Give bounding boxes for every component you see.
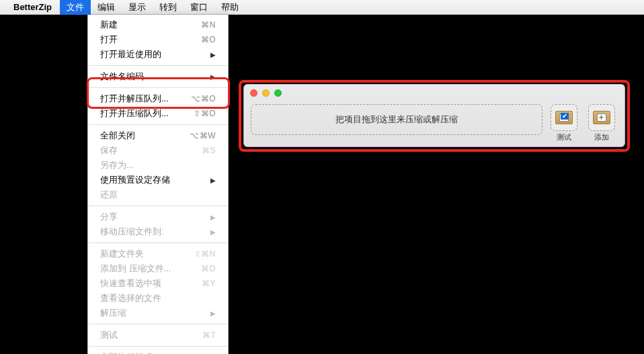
menu-shortcut: ⌘N bbox=[201, 20, 216, 30]
menu-label: 测试 bbox=[100, 329, 202, 341]
menu-separator bbox=[89, 65, 227, 66]
app-name[interactable]: BetterZip bbox=[13, 2, 52, 12]
zoom-button[interactable] bbox=[274, 89, 282, 97]
drop-zone-label: 把项目拖到这里来压缩或解压缩 bbox=[335, 114, 458, 126]
menu-open-compress-queue[interactable]: 打开并压缩队列...⇧⌘O bbox=[88, 106, 228, 121]
menu-new[interactable]: 新建⌘N bbox=[88, 17, 228, 32]
add-label: 添加 bbox=[594, 132, 609, 142]
menu-label: 打开并解压队列... bbox=[100, 93, 191, 105]
chevron-right-icon: ▶ bbox=[210, 228, 216, 236]
menu-shortcut: ⇧⌘O bbox=[194, 109, 216, 118]
menu-label: 保存 bbox=[100, 144, 202, 157]
menu-open[interactable]: 打开⌘O bbox=[88, 32, 228, 47]
drop-zone[interactable]: 把项目拖到这里来压缩或解压缩 bbox=[251, 104, 542, 135]
menu-share: 分享▶ bbox=[88, 210, 228, 224]
test-label: 测试 bbox=[557, 132, 571, 142]
menu-label: 全部关闭 bbox=[100, 130, 190, 142]
menu-label: 文件名编码 bbox=[100, 71, 210, 83]
menu-label: 打开并压缩队列... bbox=[100, 107, 194, 120]
menu-separator bbox=[89, 324, 227, 324]
menu-label: 另存为... bbox=[100, 159, 216, 171]
menu-filename-encoding[interactable]: 文件名编码▶ bbox=[88, 69, 228, 84]
menu-close-all[interactable]: 全部关闭⌥⌘W bbox=[88, 128, 228, 143]
file-menu-dropdown: 新建⌘N 打开⌘O 打开最近使用的▶ 文件名编码▶ 打开并解压队列...⌥⌘O … bbox=[87, 15, 229, 354]
menu-separator bbox=[89, 87, 227, 88]
menu-file[interactable]: 文件 bbox=[60, 0, 91, 15]
menu-shortcut: ⇧⌘N bbox=[194, 249, 216, 259]
menu-revert: 还原 bbox=[88, 187, 228, 202]
chevron-right-icon: ▶ bbox=[210, 310, 216, 317]
menu-label: 还原 bbox=[100, 189, 216, 201]
menu-help[interactable]: 帮助 bbox=[214, 0, 245, 15]
menu-label: 查看选择的文件 bbox=[100, 292, 216, 304]
menu-shortcut: ⌥⌘O bbox=[191, 94, 216, 103]
window-body: 把项目拖到这里来压缩或解压缩 测试 添加 bbox=[244, 101, 625, 148]
menu-save: 保存⌘S bbox=[88, 143, 228, 158]
menu-label: 分享 bbox=[100, 211, 210, 223]
menu-label: 使用预置设定存储 bbox=[100, 174, 210, 186]
menu-view-selected: 查看选择的文件 bbox=[88, 291, 228, 306]
menu-label: 快速查看选中项 bbox=[100, 277, 202, 290]
menu-separator bbox=[89, 124, 227, 125]
menu-shortcut: ⌘D bbox=[201, 264, 216, 273]
menu-shortcut: ⌘Y bbox=[202, 279, 216, 288]
menu-test: 测试⌘T bbox=[88, 328, 228, 343]
menu-shortcut: ⌘O bbox=[201, 35, 216, 44]
queue-window: 把项目拖到这里来压缩或解压缩 测试 添加 bbox=[243, 84, 625, 147]
menu-quicklook: 快速查看选中项⌘Y bbox=[88, 276, 228, 291]
menu-save-as: 另存为... bbox=[88, 158, 228, 173]
menu-open-recent[interactable]: 打开最近使用的▶ bbox=[88, 47, 228, 62]
menu-edit[interactable]: 编辑 bbox=[91, 0, 122, 15]
menu-separator bbox=[89, 242, 227, 243]
menu-add-to-archive: 添加到 压缩文件...⌘D bbox=[88, 261, 228, 276]
menubar: BetterZip 文件 编辑 显示 转到 窗口 帮助 bbox=[0, 0, 644, 15]
menu-go[interactable]: 转到 bbox=[153, 0, 184, 15]
add-tool[interactable]: 添加 bbox=[586, 104, 618, 142]
chevron-right-icon: ▶ bbox=[210, 214, 216, 221]
menu-label: 新建 bbox=[100, 19, 201, 31]
menu-separator bbox=[89, 346, 227, 347]
menu-label: 解压缩 bbox=[100, 307, 210, 319]
chevron-right-icon: ▶ bbox=[210, 73, 216, 81]
menu-new-folder: 新建文件夹⇧⌘N bbox=[88, 247, 228, 261]
menu-move-archive-to: 移动压缩文件到:▶ bbox=[88, 224, 228, 239]
add-icon bbox=[588, 104, 615, 131]
menu-label: 新建文件夹 bbox=[100, 248, 194, 260]
menu-view[interactable]: 显示 bbox=[122, 0, 153, 15]
menu-shortcut: ⌘T bbox=[202, 330, 216, 340]
menu-label: 添加到 压缩文件... bbox=[100, 263, 201, 275]
test-icon bbox=[551, 104, 577, 131]
menu-save-with-preset[interactable]: 使用预置设定存储▶ bbox=[88, 173, 228, 187]
menu-shortcut: ⌥⌘W bbox=[190, 131, 216, 140]
chevron-right-icon: ▶ bbox=[210, 177, 216, 184]
menu-window[interactable]: 窗口 bbox=[184, 0, 214, 15]
menu-immediate-mode: 立即执行模式⌘M bbox=[88, 350, 228, 354]
menu-shortcut: ⌘S bbox=[202, 146, 216, 155]
menu-label: 打开最近使用的 bbox=[100, 48, 210, 60]
close-button[interactable] bbox=[250, 89, 257, 97]
menu-label: 立即执行模式 bbox=[100, 351, 200, 354]
minimize-button[interactable] bbox=[262, 89, 270, 97]
chevron-right-icon: ▶ bbox=[210, 51, 216, 58]
menu-separator bbox=[89, 206, 227, 206]
menu-label: 移动压缩文件到: bbox=[100, 226, 210, 238]
menu-label: 打开 bbox=[100, 34, 201, 46]
test-tool[interactable]: 测试 bbox=[548, 104, 580, 142]
menu-extract: 解压缩▶ bbox=[88, 306, 228, 320]
window-controls bbox=[244, 85, 625, 101]
menu-open-extract-queue[interactable]: 打开并解压队列...⌥⌘O bbox=[88, 91, 228, 106]
